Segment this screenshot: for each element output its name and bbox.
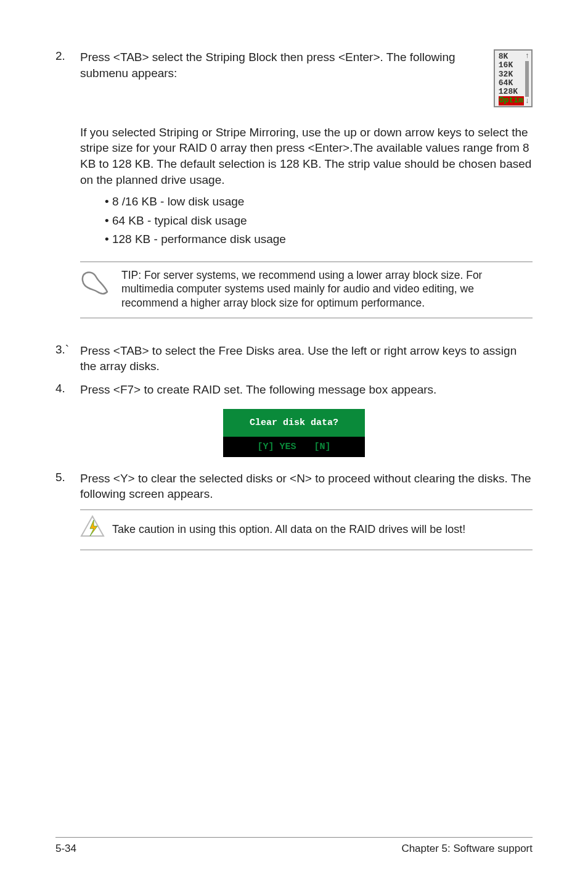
clear-disk-dialog: Clear disk data? [Y] YES [N] xyxy=(223,409,365,457)
stripe-option: 16K xyxy=(499,61,524,70)
tip-text: TIP: For server systems, we recommend us… xyxy=(121,268,533,310)
stripe-option: 32K xyxy=(499,70,524,79)
stripe-option: 128K xyxy=(499,88,524,96)
step-3-number: 3.` xyxy=(55,343,80,357)
stripe-option: 64K xyxy=(499,79,524,88)
stripe-option: 8K xyxy=(499,52,524,61)
disk-usage-list: 8 /16 KB - low disk usage 64 KB - typica… xyxy=(105,192,533,249)
step-2-text: Press <TAB> select the Striping Block th… xyxy=(80,49,481,81)
step-3-text: Press <TAB> to select the Free Disks are… xyxy=(80,343,533,374)
page-number: 5-34 xyxy=(55,843,76,855)
disk-usage-item: 8 /16 KB - low disk usage xyxy=(105,192,533,211)
step-2: 2. Press <TAB> select the Striping Block… xyxy=(55,49,533,107)
submenu-scroll-icons: ↑ ↓ xyxy=(525,52,529,105)
step-3: 3.` Press <TAB> to select the Free Disks… xyxy=(55,343,533,374)
disk-usage-item: 64 KB - typical disk usage xyxy=(105,212,533,230)
dialog-options: [Y] YES [N] xyxy=(223,437,365,457)
step-2-body: Press <TAB> select the Striping Block th… xyxy=(80,49,533,107)
step-4-number: 4. xyxy=(55,382,80,395)
chapter-title: Chapter 5: Software support xyxy=(401,843,533,855)
tip-hand-icon xyxy=(80,268,112,300)
step-4-text: Press <F7> to create RAID set. The follo… xyxy=(80,382,533,398)
tip-block: TIP: For server systems, we recommend us… xyxy=(80,262,533,318)
caution-text: Take caution in using this option. All d… xyxy=(112,522,465,537)
dialog-yes: [Y] YES xyxy=(257,442,296,452)
step-5: 5. Press <Y> to clear the selected disks… xyxy=(55,471,533,502)
page-footer: 5-34 Chapter 5: Software support xyxy=(55,837,533,855)
striping-explanation: If you selected Striping or Stripe Mirro… xyxy=(80,125,533,188)
stripe-option-highlight: Optim xyxy=(499,96,524,105)
dialog-no: [N] xyxy=(314,442,331,452)
step-2-number: 2. xyxy=(55,49,80,63)
caution-lightning-icon xyxy=(80,515,105,545)
stripe-submenu-list: 8K 16K 32K 64K 128K Optim xyxy=(499,52,524,105)
step-5-text: Press <Y> to clear the selected disks or… xyxy=(80,471,533,502)
step-5-number: 5. xyxy=(55,471,80,484)
step-4: 4. Press <F7> to create RAID set. The fo… xyxy=(55,382,533,398)
disk-usage-item: 128 KB - performance disk usage xyxy=(105,230,533,249)
dialog-title: Clear disk data? xyxy=(223,409,365,437)
caution-block: Take caution in using this option. All d… xyxy=(80,510,533,550)
stripe-submenu-box: 8K 16K 32K 64K 128K Optim ↑ ↓ xyxy=(494,49,533,107)
